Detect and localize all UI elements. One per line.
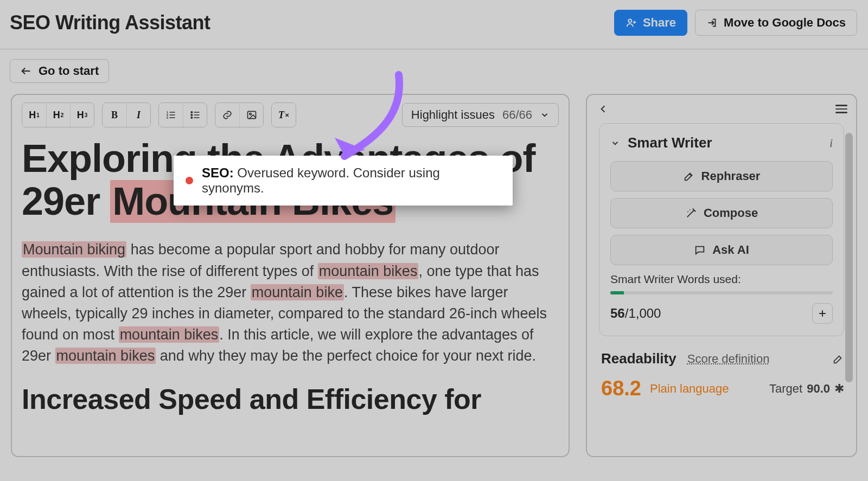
editor-toolbar: H1 H2 H3 B I 123 bbox=[22, 102, 559, 127]
italic-button[interactable]: I bbox=[126, 103, 150, 127]
chevron-left-icon[interactable] bbox=[598, 104, 609, 114]
kw-highlight[interactable]: mountain bike bbox=[251, 284, 344, 300]
go-to-start-button[interactable]: Go to start bbox=[10, 59, 109, 83]
severity-dot-icon bbox=[186, 177, 193, 184]
usage-bar bbox=[610, 291, 833, 294]
h1-button[interactable]: H1 bbox=[22, 103, 46, 127]
svg-text:3: 3 bbox=[167, 116, 169, 119]
svg-point-8 bbox=[249, 113, 251, 115]
article-paragraph[interactable]: Mountain biking has become a popular spo… bbox=[22, 239, 559, 367]
scrollbar-thumb[interactable] bbox=[845, 133, 853, 382]
ask-ai-button[interactable]: Ask AI bbox=[610, 235, 833, 265]
readability-target: Target 90.0 ✱ bbox=[769, 382, 844, 396]
rephraser-button[interactable]: Rephraser bbox=[610, 161, 833, 191]
kw-highlight[interactable]: mountain bikes bbox=[119, 326, 220, 343]
ordered-list-button[interactable]: 123 bbox=[159, 103, 183, 127]
usage-label: Smart Writer Words used: bbox=[610, 273, 833, 286]
link-icon bbox=[222, 110, 233, 120]
readability-title: Readability bbox=[601, 350, 676, 367]
side-panel: Smart Writer i Rephraser Compose Ask AI … bbox=[586, 94, 857, 457]
chevron-down-icon[interactable] bbox=[610, 138, 620, 148]
menu-icon[interactable] bbox=[835, 105, 847, 113]
smart-writer-title: Smart Writer bbox=[628, 134, 712, 151]
chat-icon bbox=[694, 244, 706, 256]
svg-point-0 bbox=[628, 19, 631, 22]
editor-pane: H1 H2 H3 B I 123 bbox=[11, 94, 570, 457]
share-label: Share bbox=[643, 16, 676, 30]
export-icon bbox=[706, 17, 718, 29]
unordered-list-icon bbox=[190, 110, 201, 120]
page-title: SEO Writing Assistant bbox=[10, 11, 210, 34]
highlight-label: Highlight issues bbox=[411, 108, 495, 122]
bold-button[interactable]: B bbox=[103, 103, 126, 127]
sparkle-icon: ✱ bbox=[834, 382, 844, 396]
edit-icon bbox=[683, 170, 695, 182]
h2-button[interactable]: H2 bbox=[46, 103, 70, 127]
go-to-start-label: Go to start bbox=[39, 64, 99, 78]
ordered-list-icon: 123 bbox=[165, 110, 176, 120]
usage-count: 56/1,000 bbox=[610, 306, 661, 321]
article-subheading[interactable]: Increased Speed and Efficiency for bbox=[22, 383, 559, 415]
info-icon[interactable]: i bbox=[829, 136, 833, 150]
h3-button[interactable]: H3 bbox=[70, 103, 94, 127]
compose-button[interactable]: Compose bbox=[610, 198, 833, 228]
move-to-docs-button[interactable]: Move to Google Docs bbox=[695, 10, 857, 36]
unordered-list-button[interactable] bbox=[183, 103, 207, 127]
kw-highlight[interactable]: mountain bikes bbox=[318, 263, 419, 279]
link-button[interactable] bbox=[215, 103, 239, 127]
smart-writer-card: Smart Writer i Rephraser Compose Ask AI … bbox=[599, 123, 844, 336]
kw-highlight[interactable]: Mountain biking bbox=[22, 241, 126, 258]
svg-point-4 bbox=[191, 112, 193, 113]
plain-language-label: Plain language bbox=[650, 382, 729, 396]
svg-point-6 bbox=[191, 117, 193, 119]
share-button[interactable]: Share bbox=[614, 10, 687, 36]
annotation-arrow-icon bbox=[323, 69, 420, 172]
readability-score: 68.2 bbox=[601, 377, 641, 400]
image-button[interactable] bbox=[239, 103, 263, 127]
issue-count: 66/66 bbox=[502, 108, 532, 122]
arrow-left-icon bbox=[20, 65, 32, 77]
move-label: Move to Google Docs bbox=[724, 16, 846, 30]
highlight-issues-dropdown[interactable]: Highlight issues 66/66 bbox=[402, 103, 559, 127]
kw-highlight[interactable]: mountain bikes bbox=[55, 348, 156, 364]
person-add-icon bbox=[626, 17, 637, 29]
clear-format-button[interactable]: T✕ bbox=[272, 103, 296, 127]
score-definition-link[interactable]: Score definition bbox=[687, 352, 770, 366]
tooltip-label: SEO: bbox=[202, 165, 234, 180]
svg-point-5 bbox=[191, 114, 193, 116]
image-icon bbox=[246, 110, 257, 120]
wand-icon bbox=[685, 207, 697, 219]
svg-rect-7 bbox=[247, 111, 256, 118]
pencil-icon[interactable] bbox=[832, 353, 844, 365]
add-words-button[interactable]: + bbox=[812, 303, 833, 324]
chevron-down-icon bbox=[540, 110, 550, 120]
